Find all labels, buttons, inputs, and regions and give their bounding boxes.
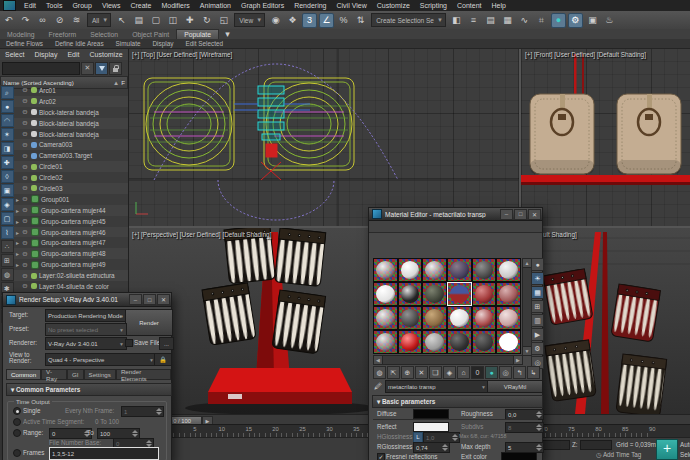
visibility-eye-icon[interactable]: ⊙ (21, 195, 29, 203)
ribbon-tab-modeling[interactable]: Modeling (0, 31, 42, 38)
particle-filter-icon[interactable]: ∴ (1, 240, 14, 253)
visibility-eye-icon[interactable]: ⊙ (21, 217, 29, 225)
geometry-filter-icon[interactable]: ● (1, 100, 14, 113)
menu-civil-view[interactable]: Civil View (331, 2, 371, 9)
rectangular-selection-icon[interactable]: ▢ (148, 13, 163, 28)
menu-create[interactable]: Create (125, 2, 156, 9)
material-slot-5[interactable] (472, 258, 497, 282)
viewport-perspective-label[interactable]: [+] [Perspective] [User Defined] [Defaul… (132, 231, 271, 238)
put-to-library-icon[interactable]: ⌂ (457, 366, 470, 379)
ribbon-tab-object-paint[interactable]: Object Paint (125, 31, 176, 38)
assign-to-selection-icon[interactable]: ⊕ (401, 366, 414, 379)
material-slot-8[interactable] (398, 282, 423, 306)
menu-animation[interactable]: Animation (195, 2, 236, 9)
material-slot-10[interactable] (447, 282, 472, 306)
visibility-eye-icon[interactable]: ⊙ (21, 250, 29, 258)
every-nth-spinner[interactable]: 1 (121, 406, 164, 417)
material-slot-9[interactable] (422, 282, 447, 306)
spinner-snap-icon[interactable]: ⇅ (353, 13, 368, 28)
menu-edit[interactable]: Edit (19, 2, 41, 9)
ribbon-tool-define-flows[interactable]: Define Flows (0, 40, 49, 47)
visibility-eye-icon[interactable]: ⊙ (21, 163, 29, 171)
scroll-left-icon[interactable]: ◀ (373, 355, 383, 365)
backlight-icon[interactable]: ☀ (531, 272, 544, 285)
viewport-top-label[interactable]: [+] [Top] [User Defined] [Wireframe] (132, 51, 232, 58)
lock-icon[interactable] (109, 62, 122, 75)
menu-rendering[interactable]: Rendering (289, 2, 331, 9)
range-from-spinner[interactable]: 0 (49, 428, 92, 439)
menu-help[interactable]: Help (487, 2, 511, 9)
menu-group[interactable]: Group (67, 2, 96, 9)
material-filter-icon[interactable]: ◍ (1, 268, 14, 281)
fresnel-checkbox[interactable]: ✓ (377, 453, 385, 460)
visibility-eye-icon[interactable]: ⊙ (21, 86, 29, 94)
tree-item-block-lateral-bandeja[interactable]: ⊙Block-lateral bandeja (14, 129, 128, 140)
ribbon-tool-simulate[interactable]: Simulate (110, 40, 147, 47)
tree-item-block-lateral-bandeja[interactable]: ⊙Block-lateral bandeja (14, 118, 128, 129)
material-slot-24[interactable] (496, 330, 521, 354)
diffuse-swatch[interactable] (413, 409, 449, 419)
visibility-eye-icon[interactable]: ⊙ (21, 152, 29, 160)
bind-to-spacewarp-icon[interactable]: ≋ (69, 13, 84, 28)
camera-filter-icon[interactable]: ◨ (1, 142, 14, 155)
show-end-result-icon[interactable]: ◎ (499, 366, 512, 379)
view-to-render-dropdown[interactable]: Quad 4 - Perspective▼ (45, 353, 157, 366)
visibility-eye-icon[interactable]: ⊙ (21, 272, 29, 280)
close-icon[interactable]: ✕ (157, 294, 170, 305)
tree-item-arc02[interactable]: ⊙Arc02 (14, 96, 128, 107)
select-and-move-icon[interactable]: ✚ (182, 13, 197, 28)
menu-content[interactable]: Content (452, 2, 487, 9)
visibility-eye-icon[interactable]: ⊙ (21, 130, 29, 138)
render-production-icon[interactable]: ♨ (602, 13, 617, 28)
undo-icon[interactable]: ↶ (1, 13, 16, 28)
target-dropdown[interactable]: Production Rendering Mode▼ (45, 309, 127, 322)
material-type-button[interactable]: VRayMtl (487, 380, 543, 393)
video-color-check-icon[interactable]: ▥ (531, 314, 544, 327)
common-parameters-rollout[interactable]: ▾ Common Parameters (6, 383, 172, 396)
reflect-swatch[interactable] (413, 422, 449, 432)
selected-dropdown[interactable]: Selected (680, 451, 690, 458)
visibility-eye-icon[interactable]: ⊙ (21, 97, 29, 105)
put-to-scene-icon[interactable]: ⇱ (387, 366, 400, 379)
clear-search-icon[interactable]: ✕ (81, 62, 94, 75)
expand-icon[interactable]: ▸ (14, 239, 21, 246)
percent-snap-icon[interactable]: % (336, 13, 351, 28)
minimize-icon[interactable]: – (500, 209, 513, 220)
material-slot-11[interactable] (472, 282, 497, 306)
viewport-shaded-label[interactable]: ult Shading] (543, 231, 577, 238)
tree-item-circle02[interactable]: ⊙Circle02 (14, 172, 128, 183)
xref-filter-icon[interactable]: ⊞ (1, 254, 14, 267)
material-slot-3[interactable] (422, 258, 447, 282)
explorer-menu-customize[interactable]: Customize (84, 51, 127, 58)
go-forward-icon[interactable]: ↳ (527, 366, 540, 379)
angle-snap-icon[interactable]: ∠ (319, 13, 334, 28)
app-logo-icon[interactable] (3, 0, 16, 11)
auto-key-button[interactable]: Auto Key (680, 441, 690, 448)
menu-modifiers[interactable]: Modifiers (156, 2, 194, 9)
schematic-view-icon[interactable]: ⌗ (534, 13, 549, 28)
render-setup-tab-common[interactable]: Common (6, 369, 41, 380)
select-and-manipulate-icon[interactable]: ❖ (285, 13, 300, 28)
redo-icon[interactable]: ↷ (18, 13, 33, 28)
make-unique-icon[interactable]: ◈ (443, 366, 456, 379)
go-to-parent-icon[interactable]: ↰ (513, 366, 526, 379)
visibility-eye-icon[interactable]: ⊙ (21, 174, 29, 182)
material-editor-icon[interactable]: ● (551, 13, 566, 28)
visibility-eye-icon[interactable]: ⊙ (21, 206, 29, 214)
ribbon-tab-selection[interactable]: Selection (83, 31, 125, 38)
menu-tools[interactable]: Tools (41, 2, 67, 9)
unlink-selection-icon[interactable]: ⊘ (52, 13, 67, 28)
material-slot-22[interactable] (447, 330, 472, 354)
ribbon-tab-freeform[interactable]: Freeform (42, 31, 84, 38)
spacewarp-filter-icon[interactable]: ◊ (1, 170, 14, 183)
make-copy-icon[interactable]: ❏ (429, 366, 442, 379)
expand-icon[interactable]: ▸ (14, 229, 21, 236)
sample-tiling-icon[interactable]: ⊞ (531, 300, 544, 313)
selection-filter-dropdown[interactable]: All▼ (87, 13, 111, 27)
ribbon-tool-display[interactable]: Display (146, 40, 179, 47)
reference-coordinate-dropdown[interactable]: View▼ (234, 13, 265, 27)
basic-parameters-rollout[interactable]: ▾ Basic parameters (372, 395, 543, 408)
shape-filter-icon[interactable]: ◠ (1, 114, 14, 127)
window-crossing-icon[interactable]: ◫ (165, 13, 180, 28)
tree-item-block-lateral-bandeja[interactable]: ⊙Block-lateral bandeja (14, 107, 128, 118)
